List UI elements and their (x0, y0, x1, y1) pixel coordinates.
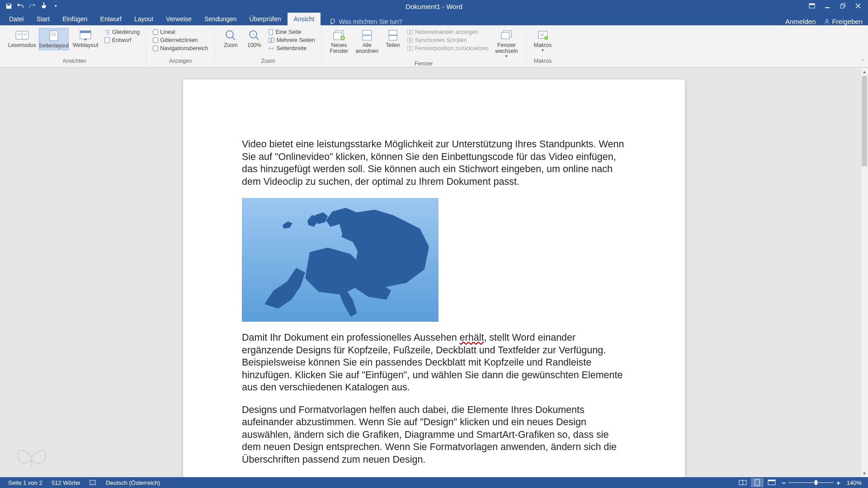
print-layout-button[interactable]: Seitenlayout (39, 28, 69, 50)
butterfly-watermark (14, 442, 50, 474)
svg-rect-28 (269, 29, 273, 35)
minimize-icon[interactable] (823, 1, 832, 10)
ruler-checkbox[interactable]: Lineal (153, 29, 208, 35)
redo-icon[interactable] (28, 2, 36, 10)
switch-window-button[interactable]: Fenster wechseln▾ (492, 28, 521, 60)
scroll-up-icon[interactable]: ▲ (861, 68, 868, 75)
svg-line-24 (232, 37, 235, 40)
read-mode-view-icon[interactable] (736, 478, 749, 487)
new-window-button[interactable]: Neues Fenster (326, 28, 352, 55)
zoom-out-button[interactable]: − (782, 479, 786, 487)
ribbon-tabs: Datei Start Einfügen Entwurf Layout Verw… (0, 12, 868, 25)
draft-button[interactable]: Entwurf (104, 37, 140, 43)
side-by-side-button: Nebeneinander anzeigen (407, 29, 489, 35)
sync-scroll-button: Synchrones Scrollen (407, 37, 489, 43)
svg-rect-51 (755, 479, 760, 486)
zoom-button[interactable]: Zoom (219, 28, 242, 49)
zoom-slider[interactable] (788, 482, 834, 483)
svg-rect-22 (105, 38, 109, 43)
zoom-level[interactable]: 140% (844, 479, 864, 486)
qat-dropdown-icon[interactable]: ▾ (52, 2, 60, 10)
svg-rect-42 (407, 46, 410, 51)
scroll-down-icon[interactable]: ▼ (861, 469, 868, 477)
web-layout-view-icon[interactable] (765, 478, 778, 487)
close-icon[interactable] (854, 1, 863, 10)
print-layout-view-icon[interactable] (751, 478, 764, 487)
svg-rect-18 (84, 39, 87, 40)
navpane-checkbox[interactable]: Navigationsbereich (153, 45, 208, 52)
web-layout-button[interactable]: Weblayout (71, 28, 100, 49)
svg-rect-30 (272, 38, 274, 42)
ribbon-display-icon[interactable] (807, 1, 816, 10)
reset-pos-button: Fensterposition zurücksetzen (407, 45, 489, 52)
svg-point-23 (226, 31, 233, 38)
paragraph[interactable]: Damit Ihr Dokument ein professionelles A… (242, 332, 626, 394)
group-label-views: Ansichten (7, 57, 142, 66)
tab-layout[interactable]: Layout (128, 13, 160, 25)
svg-rect-43 (410, 46, 413, 51)
gridlines-checkbox[interactable]: Gitternetzlinien (153, 37, 208, 43)
split-button[interactable]: Teilen (382, 28, 403, 49)
paragraph[interactable]: Designs und Formatvorlagen helfen auch d… (242, 404, 626, 466)
window-title: Dokument1 - Word (406, 3, 462, 10)
word-count[interactable]: 512 Wörter (47, 479, 85, 486)
europe-map-image[interactable] (242, 198, 439, 322)
group-label-zoom: Zoom (219, 57, 316, 66)
tab-datei[interactable]: Datei (3, 13, 30, 25)
zoom-100-button[interactable]: 1 100% (244, 28, 264, 49)
svg-rect-39 (410, 30, 413, 34)
share-button[interactable]: Freigeben (824, 18, 863, 25)
tab-sendungen[interactable]: Sendungen (198, 13, 243, 25)
svg-rect-1 (809, 4, 815, 5)
svg-rect-38 (407, 30, 410, 34)
undo-icon[interactable] (16, 2, 24, 10)
tab-ansicht[interactable]: Ansicht (288, 13, 321, 25)
svg-text:1: 1 (253, 33, 255, 36)
svg-rect-2 (825, 7, 830, 8)
page: Video bietet eine leistungsstarke Möglic… (183, 80, 685, 477)
ribbon: Lesemodus Seitenlayout Weblayout Glieder… (0, 25, 868, 67)
one-page-button[interactable]: Eine Seite (268, 29, 315, 35)
arrange-all-button[interactable]: Alle anordnen (354, 28, 381, 55)
proofing-icon[interactable] (85, 479, 101, 486)
restore-icon[interactable] (838, 1, 847, 10)
svg-point-5 (826, 19, 828, 21)
tab-entwurf[interactable]: Entwurf (94, 13, 128, 25)
document-area[interactable]: Video bietet eine leistungsstarke Möglic… (0, 68, 868, 477)
vertical-scrollbar[interactable]: ▲ ▼ (860, 68, 868, 477)
svg-rect-53 (768, 480, 775, 481)
outline-button[interactable]: Gliederung (104, 29, 140, 35)
multi-page-button[interactable]: Mehrere Seiten (268, 37, 315, 43)
tab-verweise[interactable]: Verweise (160, 13, 198, 25)
page-indicator[interactable]: Seite 1 von 2 (4, 479, 47, 486)
svg-rect-34 (363, 30, 372, 35)
collapse-ribbon-icon[interactable]: ˄ (862, 59, 864, 65)
zoom-in-button[interactable]: + (836, 479, 840, 487)
tab-ueberpruefen[interactable]: Überprüfen (243, 13, 288, 25)
signin-link[interactable]: Anmelden (785, 18, 816, 25)
tell-me-search[interactable]: Was möchten Sie tun? (330, 18, 402, 25)
language-indicator[interactable]: Deutsch (Österreich) (101, 479, 165, 486)
svg-line-27 (256, 37, 259, 40)
svg-rect-45 (501, 33, 509, 39)
svg-rect-35 (363, 36, 372, 40)
paragraph[interactable]: Video bietet eine leistungsstarke Möglic… (242, 138, 626, 188)
group-label-show: Anzeigen (151, 57, 210, 66)
group-label-macros: Makros (531, 57, 555, 66)
tell-me-placeholder: Was möchten Sie tun? (339, 18, 402, 25)
macros-button[interactable]: Makros▾ (531, 28, 555, 54)
scroll-thumb[interactable] (862, 76, 867, 166)
tab-start[interactable]: Start (30, 13, 57, 25)
read-mode-button[interactable]: Lesemodus (7, 28, 37, 49)
tab-einfuegen[interactable]: Einfügen (56, 13, 94, 25)
svg-rect-29 (269, 38, 271, 42)
status-bar: Seite 1 von 2 512 Wörter Deutsch (Österr… (0, 477, 868, 488)
svg-rect-4 (840, 5, 844, 8)
save-icon[interactable] (5, 2, 13, 10)
page-width-button[interactable]: Seitenbreite (268, 45, 315, 52)
touch-mode-icon[interactable] (40, 2, 48, 10)
svg-rect-17 (80, 31, 91, 33)
